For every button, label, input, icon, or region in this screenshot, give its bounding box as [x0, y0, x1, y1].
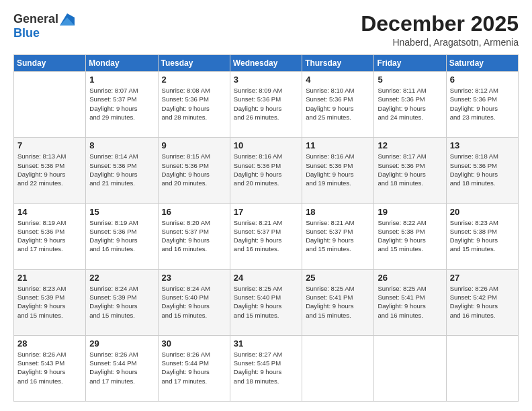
day-info: Sunrise: 8:23 AM Sunset: 5:38 PM Dayligh…	[450, 218, 515, 254]
table-row: 26Sunrise: 8:25 AM Sunset: 5:41 PM Dayli…	[374, 269, 446, 335]
day-number: 15	[89, 207, 154, 217]
table-row: 11Sunrise: 8:16 AM Sunset: 5:36 PM Dayli…	[302, 138, 374, 203]
day-number: 1	[89, 75, 154, 85]
day-number: 12	[378, 140, 442, 150]
day-number: 30	[162, 338, 226, 349]
table-row: 20Sunrise: 8:23 AM Sunset: 5:38 PM Dayli…	[446, 203, 518, 269]
day-number: 11	[306, 140, 370, 150]
day-number: 27	[450, 273, 515, 283]
table-row: 15Sunrise: 8:19 AM Sunset: 5:36 PM Dayli…	[86, 203, 158, 269]
day-number: 31	[234, 338, 298, 349]
logo-general: General	[13, 12, 58, 26]
day-number: 23	[162, 273, 226, 283]
table-row: 9Sunrise: 8:15 AM Sunset: 5:36 PM Daylig…	[158, 138, 230, 203]
day-number: 22	[89, 273, 154, 283]
day-info: Sunrise: 8:25 AM Sunset: 5:41 PM Dayligh…	[378, 284, 442, 320]
table-row	[374, 335, 446, 401]
title-block: December 2025 Hnaberd, Aragatsotn, Armen…	[361, 12, 519, 48]
day-info: Sunrise: 8:21 AM Sunset: 5:37 PM Dayligh…	[234, 218, 298, 254]
day-info: Sunrise: 8:13 AM Sunset: 5:36 PM Dayligh…	[17, 152, 82, 187]
col-wednesday: Wednesday	[230, 55, 302, 72]
calendar-header-row: Sunday Monday Tuesday Wednesday Thursday…	[14, 55, 519, 72]
day-number: 25	[306, 273, 370, 283]
day-number: 28	[17, 338, 82, 349]
table-row	[446, 335, 518, 401]
day-info: Sunrise: 8:22 AM Sunset: 5:38 PM Dayligh…	[378, 218, 442, 254]
day-number: 4	[306, 75, 370, 85]
day-info: Sunrise: 8:11 AM Sunset: 5:36 PM Dayligh…	[378, 86, 442, 122]
col-tuesday: Tuesday	[158, 55, 230, 72]
day-info: Sunrise: 8:26 AM Sunset: 5:44 PM Dayligh…	[162, 350, 226, 385]
day-info: Sunrise: 8:19 AM Sunset: 5:36 PM Dayligh…	[17, 218, 82, 254]
day-number: 16	[162, 207, 226, 217]
table-row: 25Sunrise: 8:25 AM Sunset: 5:41 PM Dayli…	[302, 269, 374, 335]
table-row: 23Sunrise: 8:24 AM Sunset: 5:40 PM Dayli…	[158, 269, 230, 335]
page: General Blue December 2025 Hnaberd, Arag…	[0, 0, 532, 411]
day-number: 21	[17, 273, 82, 283]
day-number: 24	[234, 273, 298, 283]
table-row: 12Sunrise: 8:17 AM Sunset: 5:36 PM Dayli…	[374, 138, 446, 203]
location: Hnaberd, Aragatsotn, Armenia	[361, 37, 519, 48]
col-monday: Monday	[86, 55, 158, 72]
day-info: Sunrise: 8:25 AM Sunset: 5:40 PM Dayligh…	[234, 284, 298, 320]
table-row: 1Sunrise: 8:07 AM Sunset: 5:37 PM Daylig…	[86, 72, 158, 138]
table-row: 19Sunrise: 8:22 AM Sunset: 5:38 PM Dayli…	[374, 203, 446, 269]
calendar-week-row: 21Sunrise: 8:23 AM Sunset: 5:39 PM Dayli…	[14, 269, 519, 335]
table-row: 17Sunrise: 8:21 AM Sunset: 5:37 PM Dayli…	[230, 203, 302, 269]
table-row: 30Sunrise: 8:26 AM Sunset: 5:44 PM Dayli…	[158, 335, 230, 401]
day-number: 8	[89, 140, 154, 150]
table-row: 18Sunrise: 8:21 AM Sunset: 5:37 PM Dayli…	[302, 203, 374, 269]
table-row: 14Sunrise: 8:19 AM Sunset: 5:36 PM Dayli…	[14, 203, 86, 269]
col-saturday: Saturday	[446, 55, 518, 72]
table-row: 3Sunrise: 8:09 AM Sunset: 5:36 PM Daylig…	[230, 72, 302, 138]
table-row: 6Sunrise: 8:12 AM Sunset: 5:36 PM Daylig…	[446, 72, 518, 138]
table-row: 4Sunrise: 8:10 AM Sunset: 5:36 PM Daylig…	[302, 72, 374, 138]
day-info: Sunrise: 8:09 AM Sunset: 5:36 PM Dayligh…	[234, 86, 298, 122]
table-row: 31Sunrise: 8:27 AM Sunset: 5:45 PM Dayli…	[230, 335, 302, 401]
day-info: Sunrise: 8:17 AM Sunset: 5:36 PM Dayligh…	[378, 152, 442, 187]
day-info: Sunrise: 8:15 AM Sunset: 5:36 PM Dayligh…	[162, 152, 226, 187]
day-info: Sunrise: 8:26 AM Sunset: 5:44 PM Dayligh…	[89, 350, 154, 385]
calendar-week-row: 28Sunrise: 8:26 AM Sunset: 5:43 PM Dayli…	[14, 335, 519, 401]
logo-blue: Blue	[13, 26, 40, 40]
day-info: Sunrise: 8:25 AM Sunset: 5:41 PM Dayligh…	[306, 284, 370, 320]
day-number: 9	[162, 140, 226, 150]
table-row	[302, 335, 374, 401]
day-info: Sunrise: 8:08 AM Sunset: 5:36 PM Dayligh…	[162, 86, 226, 122]
day-number: 13	[450, 140, 515, 150]
table-row: 7Sunrise: 8:13 AM Sunset: 5:36 PM Daylig…	[14, 138, 86, 203]
day-info: Sunrise: 8:24 AM Sunset: 5:40 PM Dayligh…	[162, 284, 226, 320]
table-row: 13Sunrise: 8:18 AM Sunset: 5:36 PM Dayli…	[446, 138, 518, 203]
table-row: 5Sunrise: 8:11 AM Sunset: 5:36 PM Daylig…	[374, 72, 446, 138]
table-row: 8Sunrise: 8:14 AM Sunset: 5:36 PM Daylig…	[86, 138, 158, 203]
day-info: Sunrise: 8:23 AM Sunset: 5:39 PM Dayligh…	[17, 284, 82, 320]
table-row	[14, 72, 86, 138]
day-number: 6	[450, 75, 515, 85]
table-row: 24Sunrise: 8:25 AM Sunset: 5:40 PM Dayli…	[230, 269, 302, 335]
day-number: 26	[378, 273, 442, 283]
table-row: 27Sunrise: 8:26 AM Sunset: 5:42 PM Dayli…	[446, 269, 518, 335]
day-number: 10	[234, 140, 298, 150]
day-info: Sunrise: 8:27 AM Sunset: 5:45 PM Dayligh…	[234, 350, 298, 385]
header: General Blue December 2025 Hnaberd, Arag…	[13, 12, 519, 48]
day-number: 19	[378, 207, 442, 217]
calendar-week-row: 1Sunrise: 8:07 AM Sunset: 5:37 PM Daylig…	[14, 72, 519, 138]
table-row: 10Sunrise: 8:16 AM Sunset: 5:36 PM Dayli…	[230, 138, 302, 203]
table-row: 21Sunrise: 8:23 AM Sunset: 5:39 PM Dayli…	[14, 269, 86, 335]
logo: General Blue	[13, 12, 75, 40]
day-number: 18	[306, 207, 370, 217]
day-number: 3	[234, 75, 298, 85]
calendar-week-row: 7Sunrise: 8:13 AM Sunset: 5:36 PM Daylig…	[14, 138, 519, 203]
day-number: 7	[17, 140, 82, 150]
day-info: Sunrise: 8:18 AM Sunset: 5:36 PM Dayligh…	[450, 152, 515, 187]
day-info: Sunrise: 8:26 AM Sunset: 5:43 PM Dayligh…	[17, 350, 82, 385]
day-info: Sunrise: 8:24 AM Sunset: 5:39 PM Dayligh…	[89, 284, 154, 320]
day-number: 29	[89, 338, 154, 349]
col-friday: Friday	[374, 55, 446, 72]
calendar: Sunday Monday Tuesday Wednesday Thursday…	[13, 54, 519, 402]
day-number: 14	[17, 207, 82, 217]
day-number: 17	[234, 207, 298, 217]
day-info: Sunrise: 8:10 AM Sunset: 5:36 PM Dayligh…	[306, 86, 370, 122]
table-row: 29Sunrise: 8:26 AM Sunset: 5:44 PM Dayli…	[86, 335, 158, 401]
table-row: 22Sunrise: 8:24 AM Sunset: 5:39 PM Dayli…	[86, 269, 158, 335]
